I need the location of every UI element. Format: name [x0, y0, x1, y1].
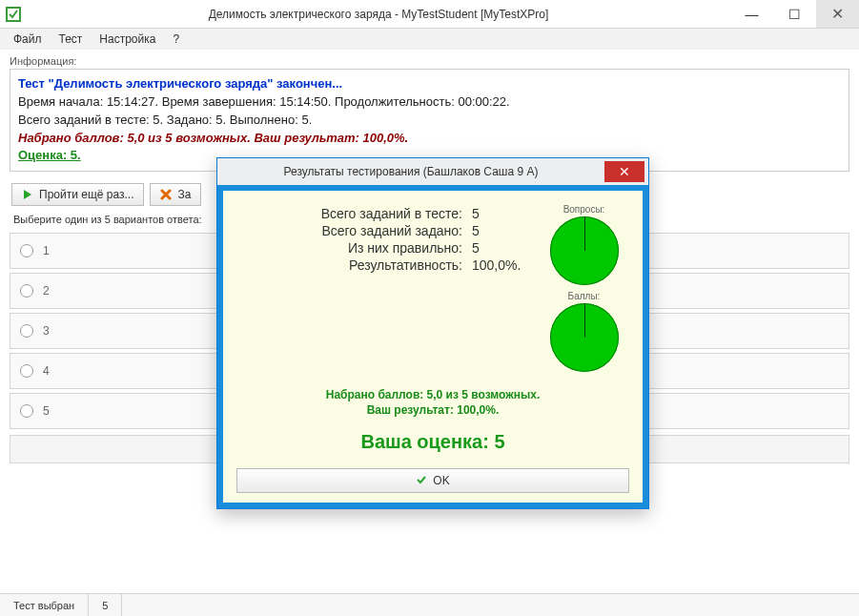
minimize-button[interactable]: — — [730, 0, 773, 28]
info-timing: Время начала: 15:14:27. Время завершения… — [18, 93, 841, 112]
menu-help[interactable]: ? — [165, 31, 187, 48]
app-icon — [0, 7, 27, 22]
menu-bar: Файл Тест Настройка ? — [0, 29, 859, 50]
check-icon — [416, 474, 427, 488]
cancel-icon — [160, 189, 172, 200]
stat-asked-value: 5 — [472, 223, 539, 238]
stat-asked-label: Всего заданий задано: — [236, 223, 472, 238]
play-icon — [22, 189, 33, 200]
dialog-title: Результаты тестирования (Башлаков Саша 9… — [217, 165, 604, 178]
radio-icon — [20, 404, 33, 418]
status-text: Тест выбран — [0, 594, 89, 616]
menu-test[interactable]: Тест — [51, 31, 91, 48]
info-box: Тест "Делимость электрического заряда" з… — [10, 69, 849, 172]
close-button[interactable]: ✕ — [816, 0, 859, 28]
stat-total-label: Всего заданий в тесте: — [236, 206, 472, 221]
info-tasks: Всего заданий в тесте: 5. Задано: 5. Вып… — [18, 112, 841, 130]
dialog-close-button[interactable]: ✕ — [604, 161, 644, 182]
score-line2: Ваш результат: 100,0%. — [236, 402, 629, 418]
ok-button-label: OK — [433, 474, 449, 487]
score-summary: Набрано баллов: 5,0 из 5 возможных. Ваш … — [236, 387, 629, 418]
answer-label: 1 — [43, 244, 50, 257]
close-test-button[interactable]: За — [150, 183, 201, 206]
ok-button[interactable]: OK — [236, 468, 629, 493]
retry-button-label: Пройти ещё раз... — [39, 188, 133, 201]
retry-button[interactable]: Пройти ещё раз... — [11, 183, 144, 206]
menu-file[interactable]: Файл — [6, 31, 50, 48]
dialog-titlebar: Результаты тестирования (Башлаков Саша 9… — [217, 158, 648, 185]
grade-text: Ваша оценка: 5 — [360, 431, 504, 452]
answer-label: 2 — [43, 284, 50, 298]
menu-settings[interactable]: Настройка — [92, 31, 163, 48]
score-line1: Набрано баллов: 5,0 из 5 возможных. — [236, 387, 629, 402]
stat-efficiency-label: Результативность: — [236, 257, 472, 273]
maximize-button[interactable]: ☐ — [773, 0, 816, 28]
status-bar: Тест выбран 5 — [0, 593, 859, 616]
stat-total-value: 5 — [472, 206, 539, 221]
info-group-label: Информация: — [10, 55, 849, 67]
radio-icon — [20, 324, 33, 338]
answer-label: 3 — [43, 324, 50, 338]
close-test-button-label: За — [177, 188, 191, 201]
stat-correct-value: 5 — [472, 240, 539, 256]
answer-label: 4 — [43, 364, 50, 378]
status-count: 5 — [89, 594, 122, 616]
radio-icon — [20, 244, 33, 257]
stat-efficiency-value: 100,0%. — [472, 257, 539, 273]
info-test-finished: Тест "Делимость электрического заряда" з… — [18, 75, 841, 93]
chart-points-pie — [550, 303, 619, 372]
stat-correct-label: Из них правильно: — [236, 240, 472, 256]
window-titlebar: Делимость электрического заряда - MyTest… — [0, 0, 859, 29]
radio-icon — [20, 364, 33, 378]
info-score: Набрано баллов: 5,0 из 5 возможных. Ваш … — [18, 130, 841, 148]
results-dialog: Результаты тестирования (Башлаков Саша 9… — [216, 157, 649, 509]
radio-icon — [20, 284, 33, 298]
chart-questions-pie — [550, 216, 619, 285]
window-title: Делимость электрического заряда - MyTest… — [27, 8, 730, 21]
chart-points-caption: Баллы: — [539, 291, 629, 301]
chart-questions-caption: Вопросы: — [539, 204, 629, 215]
answer-label: 5 — [43, 404, 50, 418]
